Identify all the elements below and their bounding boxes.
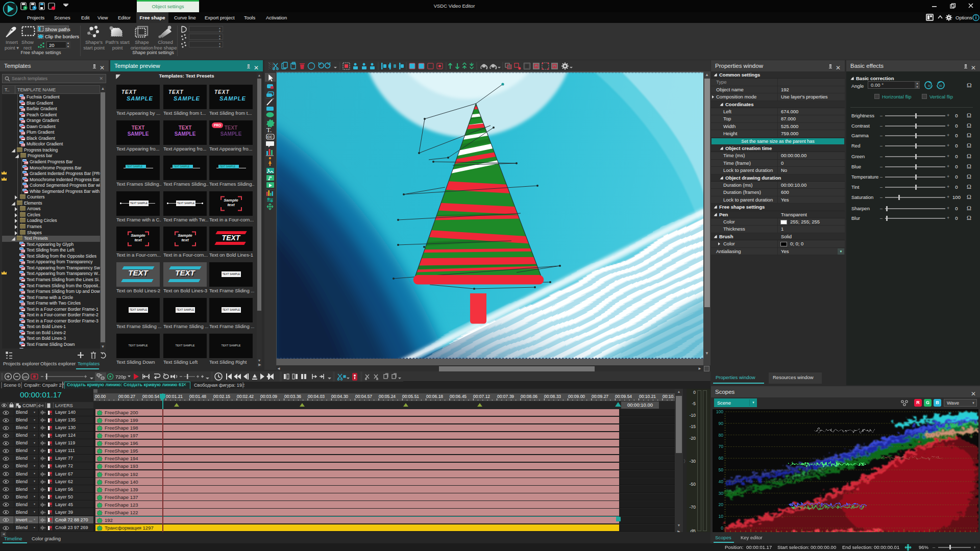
svg-text:30: 30 [719, 491, 724, 496]
svg-text:90: 90 [719, 421, 724, 426]
svg-text:CC: CC [267, 135, 273, 139]
svg-text:70: 70 [719, 444, 724, 449]
svg-text:20: 20 [719, 502, 724, 507]
svg-text:40: 40 [719, 479, 724, 484]
svg-text:90: 90 [939, 84, 942, 87]
svg-text:100: 100 [716, 409, 723, 414]
svg-text:0: 0 [721, 525, 723, 531]
svg-text:T.: T. [266, 126, 272, 134]
svg-text:720p: 720p [115, 374, 126, 380]
svg-text:+: + [24, 6, 26, 10]
svg-text:80: 80 [719, 433, 724, 438]
svg-text:10: 10 [719, 514, 724, 519]
svg-text:50: 50 [719, 467, 724, 472]
svg-text:90: 90 [928, 84, 931, 87]
svg-text:100: 100 [23, 375, 28, 379]
svg-text:60: 60 [719, 456, 724, 461]
